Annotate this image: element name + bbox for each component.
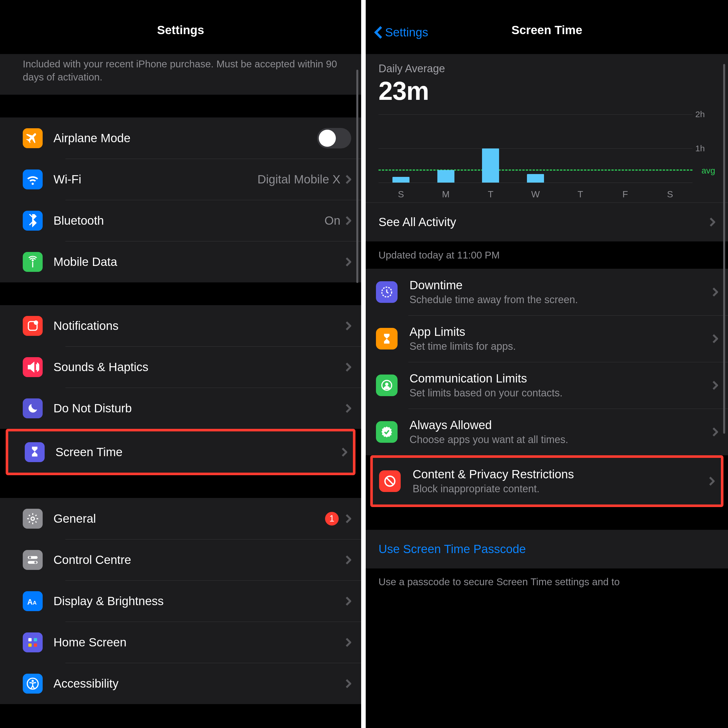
chevron-right-icon: [346, 404, 351, 413]
always-allowed-title: Always Allowed: [410, 418, 712, 432]
screen-time-header: Settings Screen Time: [366, 0, 728, 54]
airplane-mode-row[interactable]: Airplane Mode: [0, 118, 361, 159]
control-centre-row[interactable]: Control Centre: [0, 539, 361, 580]
connectivity-section: Airplane Mode Wi-Fi Digital Mobile X Blu…: [0, 118, 361, 282]
use-passcode-row[interactable]: Use Screen Time Passcode: [366, 530, 728, 569]
airplane-mode-label: Airplane Mode: [54, 132, 317, 145]
back-label: Settings: [385, 26, 428, 39]
page-title: Screen Time: [511, 23, 582, 37]
dnd-label: Do Not Disturb: [54, 402, 346, 415]
general-label: General: [54, 512, 325, 526]
screen-time-pane: Settings Screen Time Daily Average 23m 2…: [364, 0, 728, 728]
last-updated: Updated today at 11:00 PM: [366, 242, 728, 269]
notifications-label: Notifications: [54, 319, 346, 333]
chevron-right-icon: [346, 321, 351, 331]
chevron-right-icon: [712, 381, 718, 390]
xlabel: S: [647, 185, 693, 200]
speaker-icon: [23, 357, 43, 377]
dnd-row[interactable]: Do Not Disturb: [0, 388, 361, 429]
scroll-indicator: [723, 64, 725, 434]
always-allowed-row[interactable]: Always Allowed Choose apps you want at a…: [366, 408, 728, 455]
antenna-icon: [23, 252, 43, 272]
general-section: General 1 Control Centre AA Display & Br…: [0, 498, 361, 704]
see-all-activity-row[interactable]: See All Activity: [366, 202, 728, 242]
toggles-icon: [23, 550, 43, 570]
svg-text:A: A: [33, 600, 37, 606]
hourglass-icon: [376, 328, 398, 350]
bluetooth-row[interactable]: Bluetooth On: [0, 200, 361, 241]
xlabel: W: [513, 185, 558, 200]
use-passcode-label: Use Screen Time Passcode: [378, 542, 526, 556]
svg-point-6: [34, 561, 37, 563]
sounds-label: Sounds & Haptics: [54, 360, 346, 374]
ytick-2h: 2h: [695, 110, 715, 119]
notifications-icon: [23, 316, 43, 336]
home-screen-label: Home Screen: [54, 636, 346, 649]
xlabel: F: [603, 185, 648, 200]
chevron-right-icon: [710, 217, 715, 227]
wifi-icon: [23, 170, 43, 190]
bluetooth-value: On: [324, 214, 340, 228]
communication-limits-row[interactable]: Communication Limits Set limits based on…: [366, 362, 728, 408]
display-label: Display & Brightness: [54, 594, 346, 608]
screen-time-label: Screen Time: [55, 445, 341, 459]
downtime-row[interactable]: Downtime Schedule time away from the scr…: [366, 269, 728, 315]
contact-icon: [376, 375, 398, 396]
downtime-title: Downtime: [410, 278, 712, 292]
usage-summary: Daily Average 23m 2h 1h avg: [366, 54, 728, 202]
app-limits-sub: Set time limits for apps.: [410, 340, 712, 352]
chevron-left-icon: [374, 26, 383, 39]
chevron-right-icon: [346, 362, 351, 372]
moon-icon: [23, 398, 43, 418]
chevron-right-icon: [346, 174, 351, 184]
screen-time-highlight: Screen Time: [6, 429, 355, 475]
chevron-right-icon: [346, 257, 351, 267]
focus-section: Notifications Sounds & Haptics Do Not Di…: [0, 305, 361, 429]
app-limits-row[interactable]: App Limits Set time limits for apps.: [366, 315, 728, 362]
wifi-row[interactable]: Wi-Fi Digital Mobile X: [0, 159, 361, 200]
daily-avg-value: 23m: [378, 76, 715, 106]
home-screen-row[interactable]: Home Screen: [0, 622, 361, 663]
xlabel: S: [378, 185, 424, 200]
chevron-right-icon: [346, 555, 351, 565]
bluetooth-icon: [23, 211, 43, 231]
chevron-right-icon: [712, 427, 718, 437]
accessibility-row[interactable]: Accessibility: [0, 663, 361, 704]
chevron-right-icon: [346, 216, 351, 225]
back-button[interactable]: Settings: [374, 26, 428, 39]
app-limits-title: App Limits: [410, 325, 712, 339]
general-row[interactable]: General 1: [0, 498, 361, 539]
xlabel: M: [424, 185, 468, 200]
usage-chart: 2h 1h avg S M T W T F: [378, 114, 715, 200]
svg-point-14: [32, 680, 34, 682]
xlabel: T: [558, 185, 603, 200]
page-title: Settings: [157, 23, 204, 37]
accessibility-label: Accessibility: [54, 677, 346, 690]
avg-label: avg: [702, 166, 715, 176]
airplane-toggle[interactable]: [317, 128, 351, 148]
notifications-row[interactable]: Notifications: [0, 305, 361, 346]
passcode-footer: Use a passcode to secure Screen Time set…: [366, 569, 728, 588]
svg-rect-11: [28, 643, 32, 647]
accessibility-icon: [23, 674, 43, 694]
content-privacy-sub: Block inappropriate content.: [413, 483, 709, 495]
sounds-row[interactable]: Sounds & Haptics: [0, 346, 361, 388]
svg-point-1: [34, 320, 38, 324]
xlabel: T: [468, 185, 513, 200]
content-privacy-row[interactable]: Content & Privacy Restrictions Block ina…: [373, 458, 721, 505]
svg-text:A: A: [27, 598, 33, 606]
chevron-right-icon: [346, 514, 351, 523]
display-row[interactable]: AA Display & Brightness: [0, 580, 361, 622]
airplane-icon: [23, 128, 43, 148]
ytick-1h: 1h: [695, 144, 715, 153]
text-size-icon: AA: [23, 591, 43, 611]
checkmark-badge-icon: [376, 421, 398, 443]
see-all-label: See All Activity: [378, 215, 456, 229]
screen-time-row[interactable]: Screen Time: [8, 431, 353, 473]
mobile-data-row[interactable]: Mobile Data: [0, 241, 361, 282]
mobile-data-label: Mobile Data: [54, 255, 346, 269]
screen-time-options: Downtime Schedule time away from the scr…: [366, 269, 728, 455]
chevron-right-icon: [709, 476, 715, 486]
no-entry-icon: [379, 470, 401, 492]
hourglass-icon: [25, 442, 44, 462]
